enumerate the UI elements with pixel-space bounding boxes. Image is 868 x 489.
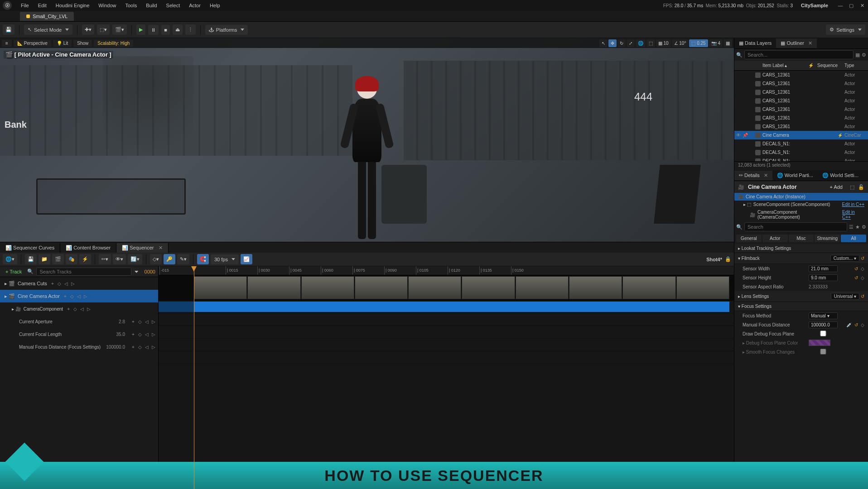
category-lens-settings[interactable]: ▸ Lens SettingsUniversal ▾ ↺	[734, 291, 868, 302]
scale-tool[interactable]: ⤢	[627, 39, 635, 47]
track-current-aperture[interactable]: Current Aperture2.8+◇◁▷	[0, 315, 158, 328]
col-item-label[interactable]: Item Label ▴	[749, 63, 808, 68]
scale-snap[interactable]: ⬚ 0.25	[689, 39, 708, 47]
outliner-row[interactable]: 👁📌Cine Camera⚡CineCar	[734, 131, 868, 139]
track-manual-focus-distance-focus-settings-[interactable]: Manual Focus Distance (Focus Settings)10…	[0, 340, 158, 353]
menu-tools[interactable]: Tools	[121, 1, 141, 10]
outliner-row[interactable]: CARS_12361Actor	[734, 122, 868, 131]
color-swatch[interactable]	[809, 340, 830, 346]
details-view1[interactable]: ☰	[849, 224, 854, 230]
menu-select[interactable]: Select	[162, 1, 185, 10]
close-icon[interactable]: ✕	[764, 173, 768, 178]
details-tool1[interactable]: ⬚	[850, 184, 854, 190]
prop-input[interactable]	[809, 321, 838, 328]
reset-icon[interactable]: ↺	[861, 294, 864, 299]
current-frame[interactable]: 0000	[145, 269, 155, 274]
angle-snap[interactable]: ∠ 10°	[672, 39, 689, 47]
keyframe-icon[interactable]: ◇	[861, 275, 864, 280]
section-icon[interactable]: ◇	[137, 319, 143, 324]
timeline-ruler[interactable]: -015 | 0015| 0030| 0045| 0060| 0075| 009…	[159, 266, 734, 275]
playhead[interactable]	[194, 266, 194, 489]
aperture-track[interactable]	[159, 326, 734, 339]
seq-actions-button[interactable]: ⚡	[79, 254, 91, 264]
surface-snap[interactable]: ⬚	[646, 39, 655, 47]
prev-key-icon[interactable]: ◁	[144, 345, 149, 350]
save-button[interactable]: 💾	[3, 24, 14, 35]
close-icon[interactable]: ✕	[808, 40, 812, 46]
tab-content-browser[interactable]: 📊 Content Browser	[60, 243, 116, 253]
viewport-layout[interactable]: ▦	[723, 39, 732, 47]
viewport-perspective[interactable]: 📐 Perspective	[14, 40, 51, 47]
cine-camera-track[interactable]	[159, 301, 734, 313]
seq-playback-button[interactable]: 🔄▾	[128, 254, 142, 264]
seq-curve-button[interactable]: 📈	[241, 254, 252, 264]
outliner-row[interactable]: DECALS_N1:Actor	[734, 148, 868, 157]
seq-keyframe-button[interactable]: ◇▾	[150, 254, 162, 264]
seq-snap-button[interactable]: 🧲	[197, 254, 209, 264]
pause-button[interactable]: ⏸	[148, 25, 159, 35]
outliner-row[interactable]: DECALS_N1:Actor	[734, 139, 868, 148]
tab-sequencer[interactable]: 📊 Sequencer✕	[116, 243, 169, 253]
seq-view-button[interactable]: 👁▾	[113, 254, 126, 264]
marketplace-button[interactable]: ⬚▾	[97, 24, 110, 35]
seq-save-button[interactable]: 💾	[25, 254, 37, 264]
settings-dropdown[interactable]: ⚙ Settings	[826, 24, 865, 35]
add-key-icon[interactable]: +	[130, 332, 136, 337]
track-cine-camera-actor[interactable]: ▸ 🎬 Cine Camera Actor+◇◁▷	[0, 290, 158, 302]
seq-director-button[interactable]: 🎭	[66, 254, 77, 264]
viewport-show[interactable]: Show	[73, 40, 92, 47]
panel-tab-details[interactable]: ✏ Details✕	[734, 171, 772, 180]
section-icon[interactable]: ◇	[137, 332, 143, 337]
level-tab[interactable]: Small_City_LVL	[20, 12, 74, 21]
viewport-scalability[interactable]: Scalability: High	[94, 40, 133, 47]
outliner-row[interactable]: CARS_12361Actor	[734, 79, 868, 88]
prev-key-icon[interactable]: ◁	[76, 294, 82, 299]
focal-length-track[interactable]	[159, 339, 734, 351]
outliner-settings[interactable]: ⚙	[862, 52, 866, 58]
world-local-toggle[interactable]: 🌐	[636, 39, 646, 47]
next-key-icon[interactable]: ▷	[83, 294, 88, 299]
reset-icon[interactable]: ↺	[854, 322, 858, 327]
next-key-icon[interactable]: ▷	[70, 281, 76, 286]
camera-speed[interactable]: 📷 4	[709, 39, 723, 47]
edit-cpp-link2[interactable]: Edit in C++	[842, 210, 864, 220]
prev-key-icon[interactable]: ◁	[79, 307, 85, 312]
add-key-icon[interactable]: +	[63, 294, 68, 299]
menu-file[interactable]: File	[16, 1, 34, 10]
seq-autotrack-button[interactable]: ✎▾	[177, 254, 189, 264]
panel-tab-world-setti-[interactable]: 🌐 World Setti...	[818, 171, 863, 180]
category-focus-settings[interactable]: ▾ Focus Settings	[734, 302, 868, 311]
select-mode-dropdown[interactable]: ↖ Select Mode	[24, 24, 72, 35]
close-icon[interactable]: ✕	[159, 245, 163, 251]
filter-streaming[interactable]: Streaming	[815, 235, 840, 242]
prop-dropdown[interactable]: Manual ▾	[809, 312, 838, 319]
seq-browse-button[interactable]: 📁	[39, 254, 50, 264]
next-key-icon[interactable]: ▷	[151, 345, 156, 350]
category-lookat-tracking-settings[interactable]: ▸ Lookat Tracking Settings	[734, 244, 868, 253]
add-content-button[interactable]: ✚▾	[82, 24, 94, 35]
category-filmback[interactable]: ▾ FilmbackCustom... ▾ ↺	[734, 253, 868, 264]
filter-all[interactable]: All	[841, 235, 866, 242]
next-key-icon[interactable]: ▷	[151, 319, 156, 324]
col-sequence[interactable]: Sequence	[817, 63, 844, 68]
section-icon[interactable]: ◇	[137, 345, 143, 350]
panel-tab-data-layers[interactable]: ▦ Data Layers	[734, 38, 776, 48]
outliner-row[interactable]: CARS_12361Actor	[734, 114, 868, 122]
reset-icon[interactable]: ↺	[861, 256, 864, 261]
seq-world-button[interactable]: 🌐▾	[3, 254, 17, 264]
panel-tab-outliner[interactable]: ▦ Outliner✕	[776, 38, 817, 48]
next-key-icon[interactable]: ▷	[151, 332, 156, 337]
track-camera-cuts[interactable]: ▸ 🎬 Camera Cuts+◇◁▷	[0, 277, 158, 290]
menu-actor[interactable]: Actor	[184, 1, 205, 10]
filter-misc[interactable]: Misc	[789, 235, 814, 242]
tab-sequencer-curves[interactable]: 📊 Sequencer Curves	[0, 243, 60, 253]
pin-icon[interactable]: 📌	[743, 133, 748, 138]
reset-icon[interactable]: ↺	[854, 275, 858, 280]
close-button[interactable]: ✕	[859, 3, 865, 9]
prop-checkbox[interactable]	[809, 331, 838, 336]
seq-autokey-button[interactable]: 🔑	[164, 254, 175, 264]
cinematics-button[interactable]: 🎬▾	[112, 24, 127, 35]
seq-key-button[interactable]: ✏▾	[99, 254, 111, 264]
category-preset[interactable]: Universal ▾	[831, 293, 859, 300]
outliner-row[interactable]: CARS_12361Actor	[734, 96, 868, 105]
